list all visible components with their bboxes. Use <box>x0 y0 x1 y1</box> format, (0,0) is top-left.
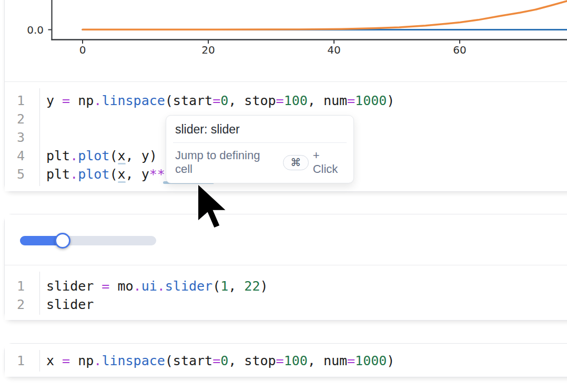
code-row: 2slider <box>5 295 567 314</box>
line-number: 1 <box>5 91 39 110</box>
orange-curve-series <box>83 1 567 29</box>
variable-tooltip: slider: slider Jump to defining cell ⌘ +… <box>166 115 354 183</box>
code-line[interactable] <box>39 110 46 128</box>
plot-output: 02040600.0 <box>5 0 567 81</box>
code-line[interactable]: y = np.linspace(start=0, stop=100, num=1… <box>39 91 394 110</box>
svg-text:20: 20 <box>201 44 215 56</box>
slider-output <box>5 214 567 265</box>
code-editor-x[interactable]: 1x = np.linspace(start=0, stop=100, num=… <box>5 344 567 377</box>
line-number: 1 <box>5 352 39 370</box>
svg-text:0.0: 0.0 <box>27 24 44 36</box>
line-number: 2 <box>5 110 39 128</box>
code-row: 1y = np.linspace(start=0, stop=100, num=… <box>5 91 567 110</box>
line-number: 1 <box>5 277 39 295</box>
line-number: 2 <box>5 295 39 314</box>
code-line[interactable]: x = np.linspace(start=0, stop=100, num=1… <box>39 352 394 370</box>
code-line[interactable]: plt.plot(x, y) <box>39 147 157 165</box>
code-line[interactable]: slider <box>39 295 94 314</box>
slider-handle[interactable] <box>55 233 70 249</box>
gutter-divider <box>39 272 40 315</box>
tooltip-action-label: Jump to defining cell <box>175 149 276 176</box>
gutter-divider <box>39 350 40 372</box>
plot-svg: 02040600.0 <box>5 0 567 81</box>
code-row: 1slider = mo.ui.slider(1, 22) <box>5 277 567 295</box>
code-editor-slider[interactable]: 1slider = mo.ui.slider(1, 22)2slider <box>5 265 567 320</box>
command-key-icon: ⌘ <box>283 155 309 170</box>
svg-text:0: 0 <box>79 44 86 56</box>
slider-track[interactable] <box>20 236 156 245</box>
line-number: 3 <box>5 128 39 147</box>
line-number: 4 <box>5 147 39 165</box>
cell-x: 1x = np.linspace(start=0, stop=100, num=… <box>4 343 567 377</box>
code-line[interactable] <box>39 128 46 147</box>
gutter-divider <box>39 88 40 186</box>
svg-text:60: 60 <box>453 44 466 56</box>
code-row: 1x = np.linspace(start=0, stop=100, num=… <box>5 352 567 370</box>
tooltip-suffix: + Click <box>313 149 346 176</box>
tooltip-action-row: Jump to defining cell ⌘ + Click <box>166 143 353 183</box>
cell-slider: 1slider = mo.ui.slider(1, 22)2slider <box>4 214 567 321</box>
tooltip-title: slider: slider <box>166 116 353 142</box>
mouse-cursor-icon <box>197 184 228 231</box>
svg-text:40: 40 <box>327 44 340 56</box>
line-number: 5 <box>5 165 39 183</box>
notebook-canvas: 02040600.0 1y = np.linspace(start=0, sto… <box>0 0 567 392</box>
code-line[interactable]: slider = mo.ui.slider(1, 22) <box>39 277 268 295</box>
